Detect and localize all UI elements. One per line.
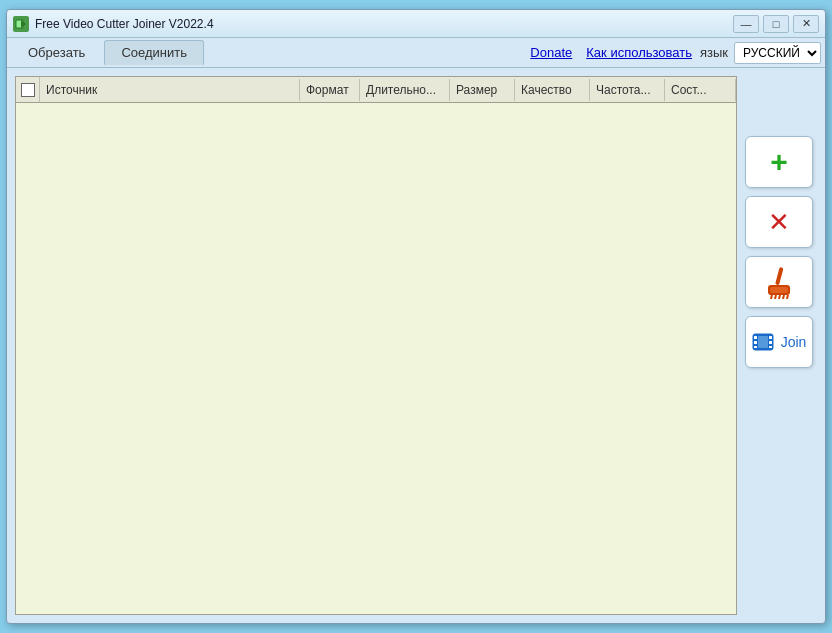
- svg-rect-16: [769, 341, 772, 344]
- window-title: Free Video Cutter Joiner V2022.4: [35, 17, 733, 31]
- svg-line-9: [787, 295, 788, 299]
- col-header-source: Источник: [40, 79, 300, 101]
- remove-file-button[interactable]: ✕: [745, 196, 813, 248]
- howto-link[interactable]: Как использовать: [580, 43, 698, 62]
- svg-line-8: [783, 295, 784, 299]
- sidebar-buttons: + ✕: [745, 76, 817, 615]
- tab-join[interactable]: Соединить: [104, 40, 204, 65]
- svg-rect-15: [769, 336, 772, 339]
- menu-bar: Обрезать Соединить Donate Как использова…: [7, 38, 825, 68]
- remove-icon: ✕: [768, 209, 790, 235]
- table-body: [16, 103, 736, 614]
- file-table: Источник Формат Длительно... Размер Каче…: [15, 76, 737, 615]
- join-label: Join: [781, 334, 807, 350]
- add-file-button[interactable]: +: [745, 136, 813, 188]
- svg-line-5: [771, 295, 772, 299]
- app-icon: [13, 16, 29, 32]
- col-header-size: Размер: [450, 79, 515, 101]
- select-all-checkbox[interactable]: [21, 83, 35, 97]
- content-area: Источник Формат Длительно... Размер Каче…: [7, 68, 825, 623]
- tab-cut[interactable]: Обрезать: [11, 40, 102, 65]
- svg-rect-12: [754, 336, 757, 339]
- minimize-button[interactable]: —: [733, 15, 759, 33]
- header-checkbox-cell: [16, 77, 40, 102]
- add-icon: +: [770, 147, 788, 177]
- clean-button[interactable]: [745, 256, 813, 308]
- language-select[interactable]: РУССКИЙ ENGLISH: [734, 42, 821, 64]
- col-header-frequency: Частота...: [590, 79, 665, 101]
- col-header-format: Формат: [300, 79, 360, 101]
- donate-link[interactable]: Donate: [524, 43, 578, 62]
- col-header-quality: Качество: [515, 79, 590, 101]
- svg-rect-4: [770, 287, 788, 293]
- svg-line-7: [779, 295, 780, 299]
- close-button[interactable]: ✕: [793, 15, 819, 33]
- join-button[interactable]: Join: [745, 316, 813, 368]
- broom-icon: [762, 265, 796, 299]
- table-header: Источник Формат Длительно... Размер Каче…: [16, 77, 736, 103]
- svg-rect-17: [769, 346, 772, 348]
- main-window: Free Video Cutter Joiner V2022.4 — □ ✕ О…: [6, 9, 826, 624]
- svg-rect-2: [775, 267, 784, 285]
- film-icon: [752, 331, 774, 353]
- col-header-duration: Длительно...: [360, 79, 450, 101]
- svg-rect-13: [754, 341, 757, 344]
- col-header-status: Сост...: [665, 79, 736, 101]
- title-bar: Free Video Cutter Joiner V2022.4 — □ ✕: [7, 10, 825, 38]
- svg-rect-18: [758, 336, 768, 348]
- window-controls: — □ ✕: [733, 15, 819, 33]
- svg-line-6: [775, 295, 776, 299]
- maximize-button[interactable]: □: [763, 15, 789, 33]
- lang-label: язык: [700, 45, 728, 60]
- svg-rect-14: [754, 346, 757, 348]
